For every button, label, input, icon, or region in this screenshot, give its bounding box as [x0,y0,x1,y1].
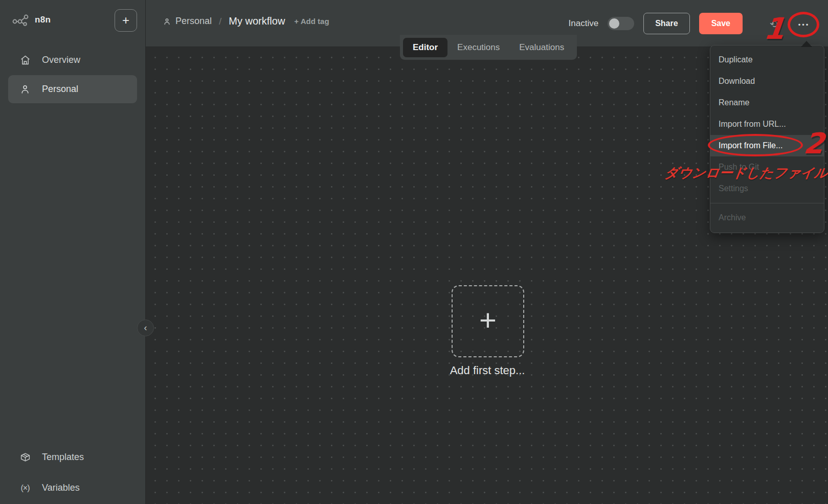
workflow-status-label: Inactive [569,18,599,29]
workflow-history-icon[interactable]: ⟲ [769,19,779,30]
menu-divider [710,203,824,203]
tab-executions[interactable]: Executions [447,38,509,57]
view-tabs: Editor Executions Evaluations [400,35,577,60]
app-root: n8n + Overview Personal [0,0,828,504]
breadcrumb: Personal / My workflow + Add tag [163,15,329,27]
save-button[interactable]: Save [699,13,743,34]
plus-icon: + [479,305,497,335]
sidebar-item-label: Overview [42,55,80,65]
add-first-step-label: Add first step... [406,364,569,377]
sidebar: n8n + Overview Personal [0,0,146,504]
sidebar-item-overview[interactable]: Overview [8,46,137,74]
menu-item-import-from-url[interactable]: Import from URL... [710,113,824,135]
menu-item-download[interactable]: Download [710,71,824,92]
menu-caret [801,41,812,47]
breadcrumb-separator: / [219,16,221,27]
add-workflow-button[interactable]: + [115,9,137,32]
menu-item-import-from-file[interactable]: Import from File... [710,135,824,156]
more-options-button[interactable]: ••• [790,14,818,35]
sidebar-item-personal[interactable]: Personal [8,75,137,103]
sidebar-collapse-button[interactable]: ‹ [137,319,154,336]
breadcrumb-project[interactable]: Personal [163,16,212,27]
menu-item-archive: Archive [710,207,824,228]
package-icon [19,452,31,463]
add-tag-button[interactable]: + Add tag [294,17,329,26]
toggle-knob [609,18,619,29]
variables-icon: (×) [19,484,31,493]
sidebar-item-variables[interactable]: (×) Variables [8,474,137,502]
n8n-logo-icon [12,13,30,27]
menu-item-push-to-git: Push to Git [710,156,824,178]
tab-editor[interactable]: Editor [403,38,447,57]
sidebar-item-label: Personal [42,84,78,95]
n8n-logo-text: n8n [35,15,51,25]
activate-toggle[interactable] [608,17,634,30]
tab-evaluations[interactable]: Evaluations [509,38,574,57]
header-actions: Inactive Share Save [569,0,743,47]
user-icon [19,84,31,95]
sidebar-item-label: Templates [42,452,84,463]
share-button[interactable]: Share [643,13,689,34]
workflow-options-menu: Duplicate Download Rename Import from UR… [710,45,824,233]
menu-item-duplicate[interactable]: Duplicate [710,49,824,71]
add-first-step-button[interactable]: + [452,285,524,357]
menu-item-settings: Settings [710,178,824,199]
user-small-icon [163,17,171,26]
sidebar-item-label: Variables [42,483,80,493]
n8n-logo[interactable]: n8n [12,13,51,27]
menu-item-rename[interactable]: Rename [710,92,824,113]
workflow-name[interactable]: My workflow [229,15,285,27]
home-icon [19,55,31,65]
sidebar-item-templates[interactable]: Templates [8,443,137,471]
